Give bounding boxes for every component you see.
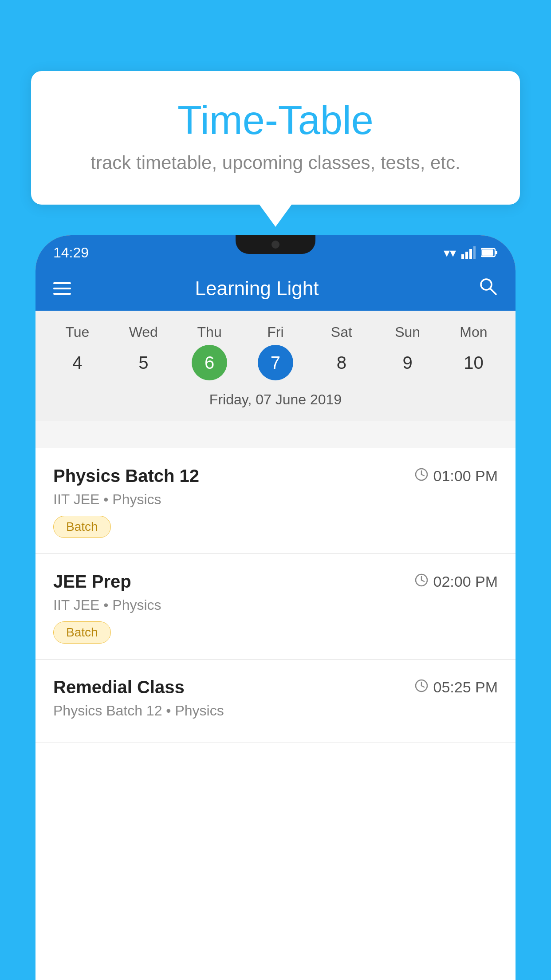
schedule-item-time: 01:00 PM bbox=[414, 467, 498, 485]
day-col[interactable]: Tue4 bbox=[51, 324, 104, 380]
signal-icon bbox=[461, 246, 476, 259]
day-number[interactable]: 9 bbox=[390, 345, 425, 380]
svg-rect-6 bbox=[482, 249, 493, 256]
clock-icon bbox=[414, 467, 429, 485]
schedule-item[interactable]: Physics Batch 12 01:00 PM IIT JEE • Phys… bbox=[35, 448, 516, 554]
phone-frame: 14:29 ▾▾ bbox=[35, 235, 516, 980]
schedule-item-title: JEE Prep bbox=[53, 572, 131, 592]
day-label: Mon bbox=[460, 324, 487, 340]
day-number[interactable]: 6 bbox=[192, 345, 227, 380]
day-col[interactable]: Fri7 bbox=[249, 324, 302, 380]
day-col[interactable]: Sun9 bbox=[381, 324, 434, 380]
day-number[interactable]: 5 bbox=[126, 345, 161, 380]
schedule-item[interactable]: JEE Prep 02:00 PM IIT JEE • Physics Batc… bbox=[35, 554, 516, 660]
search-icon[interactable] bbox=[478, 277, 498, 300]
svg-rect-1 bbox=[465, 252, 468, 259]
phone-notch bbox=[236, 235, 315, 254]
svg-line-11 bbox=[421, 474, 424, 476]
day-col[interactable]: Wed5 bbox=[117, 324, 170, 380]
phone-screen: 14:29 ▾▾ bbox=[35, 235, 516, 980]
app-title: Learning Light bbox=[89, 277, 425, 300]
day-col[interactable]: Mon10 bbox=[447, 324, 500, 380]
svg-rect-5 bbox=[495, 251, 497, 254]
schedule-item-header: Physics Batch 12 01:00 PM bbox=[53, 466, 498, 486]
schedule-item-time: 02:00 PM bbox=[414, 573, 498, 591]
day-number[interactable]: 8 bbox=[324, 345, 359, 380]
schedule-item[interactable]: Remedial Class 05:25 PM Physics Batch 12… bbox=[35, 660, 516, 743]
day-number[interactable]: 10 bbox=[456, 345, 491, 380]
svg-line-17 bbox=[421, 686, 424, 687]
schedule-item-header: JEE Prep 02:00 PM bbox=[53, 572, 498, 592]
selected-date-label: Friday, 07 June 2019 bbox=[35, 385, 516, 412]
svg-line-8 bbox=[490, 288, 496, 294]
day-label: Wed bbox=[129, 324, 158, 340]
svg-rect-3 bbox=[473, 246, 476, 259]
schedule-item-subtitle: IIT JEE • Physics bbox=[53, 491, 498, 508]
day-label: Sun bbox=[395, 324, 420, 340]
hamburger-menu-icon[interactable] bbox=[53, 282, 71, 295]
schedule-item-title: Remedial Class bbox=[53, 677, 185, 697]
days-row: Tue4Wed5Thu6Fri7Sat8Sun9Mon10 bbox=[35, 320, 516, 385]
wifi-icon: ▾▾ bbox=[444, 245, 456, 260]
day-number[interactable]: 4 bbox=[59, 345, 95, 380]
schedule-list: Physics Batch 12 01:00 PM IIT JEE • Phys… bbox=[35, 448, 516, 980]
calendar-section: Tue4Wed5Thu6Fri7Sat8Sun9Mon10 Friday, 07… bbox=[35, 311, 516, 421]
svg-line-14 bbox=[421, 580, 424, 581]
day-col[interactable]: Sat8 bbox=[315, 324, 368, 380]
status-time: 14:29 bbox=[53, 241, 89, 261]
day-number[interactable]: 7 bbox=[258, 345, 293, 380]
schedule-item-title: Physics Batch 12 bbox=[53, 466, 199, 486]
tooltip-subtitle: track timetable, upcoming classes, tests… bbox=[67, 152, 484, 174]
battery-icon bbox=[481, 247, 498, 258]
day-label: Thu bbox=[197, 324, 222, 340]
schedule-item-header: Remedial Class 05:25 PM bbox=[53, 677, 498, 697]
schedule-item-subtitle: IIT JEE • Physics bbox=[53, 597, 498, 613]
app-bar: Learning Light bbox=[35, 266, 516, 311]
day-label: Tue bbox=[65, 324, 89, 340]
clock-icon bbox=[414, 573, 429, 591]
batch-badge: Batch bbox=[53, 516, 111, 538]
day-label: Fri bbox=[267, 324, 283, 340]
clock-icon bbox=[414, 679, 429, 696]
schedule-item-subtitle: Physics Batch 12 • Physics bbox=[53, 703, 498, 719]
day-col[interactable]: Thu6 bbox=[183, 324, 236, 380]
tooltip-title: Time-Table bbox=[67, 98, 484, 143]
schedule-item-time: 05:25 PM bbox=[414, 679, 498, 696]
status-icons: ▾▾ bbox=[444, 242, 498, 260]
tooltip-card: Time-Table track timetable, upcoming cla… bbox=[31, 71, 520, 205]
day-label: Sat bbox=[331, 324, 352, 340]
batch-badge: Batch bbox=[53, 621, 111, 644]
svg-rect-0 bbox=[461, 254, 464, 259]
svg-rect-2 bbox=[469, 249, 472, 259]
